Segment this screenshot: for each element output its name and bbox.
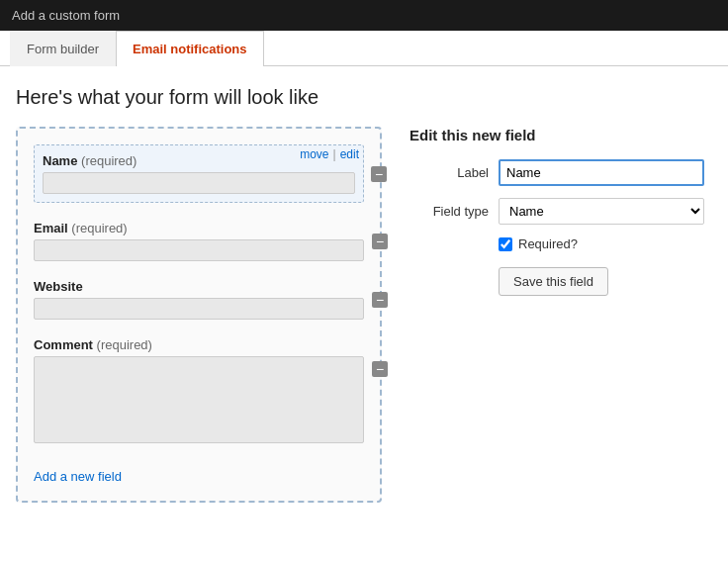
label-input[interactable] bbox=[499, 159, 704, 186]
field-row-comment: Comment (required) − bbox=[34, 337, 364, 443]
website-preview-input bbox=[34, 298, 364, 320]
form-preview: Name (required) move | edit − Email bbox=[16, 127, 382, 503]
move-link[interactable]: move bbox=[300, 147, 328, 161]
top-bar-title: Add a custom form bbox=[12, 8, 120, 23]
field-required-comment: (required) bbox=[97, 337, 152, 352]
field-label-comment: Comment (required) bbox=[34, 337, 364, 352]
remove-website-button[interactable]: − bbox=[372, 292, 388, 308]
edit-panel: Edit this new field Label Field type Nam… bbox=[402, 127, 712, 296]
required-label[interactable]: Required? bbox=[518, 236, 578, 251]
tab-email-notifications[interactable]: Email notifications bbox=[116, 31, 264, 66]
field-label-website: Website bbox=[34, 279, 364, 294]
content-area: Name (required) move | edit − Email bbox=[16, 127, 712, 503]
action-separator: | bbox=[333, 147, 336, 161]
field-type-label: Field type bbox=[410, 204, 489, 219]
field-row-email: Email (required) − bbox=[34, 221, 364, 261]
field-row-website: Website − bbox=[34, 279, 364, 320]
comment-preview-textarea bbox=[34, 356, 364, 443]
tab-form-builder[interactable]: Form builder bbox=[10, 31, 116, 66]
edit-link[interactable]: edit bbox=[340, 147, 359, 161]
main-content: Here's what your form will look like Nam… bbox=[0, 66, 728, 563]
edit-label-row: Label bbox=[410, 159, 704, 186]
field-required-email: (required) bbox=[71, 221, 127, 235]
field-label-email: Email (required) bbox=[34, 221, 364, 235]
required-row: Required? bbox=[499, 236, 704, 251]
form-preview-wrapper: Name (required) move | edit − Email bbox=[16, 127, 382, 503]
edit-field-type-row: Field type Name Email URL Text Textarea … bbox=[410, 198, 704, 225]
remove-email-button[interactable]: − bbox=[372, 234, 388, 249]
remove-name-button[interactable]: − bbox=[371, 166, 387, 182]
top-bar: Add a custom form bbox=[0, 0, 728, 31]
edit-panel-title: Edit this new field bbox=[410, 127, 704, 143]
page-title: Here's what your form will look like bbox=[16, 86, 712, 109]
required-checkbox[interactable] bbox=[499, 237, 512, 251]
remove-comment-button[interactable]: − bbox=[372, 361, 388, 377]
add-new-field-link[interactable]: Add a new field bbox=[34, 469, 122, 484]
label-label: Label bbox=[410, 165, 489, 180]
save-field-button[interactable]: Save this field bbox=[499, 267, 608, 296]
tabs-container: Form builder Email notifications bbox=[0, 31, 728, 66]
field-type-select[interactable]: Name Email URL Text Textarea Dropdown Ch… bbox=[499, 198, 704, 225]
email-preview-input bbox=[34, 239, 364, 261]
field-actions-name: move | edit bbox=[300, 147, 359, 161]
name-preview-input bbox=[43, 172, 355, 194]
field-required-name: (required) bbox=[81, 153, 136, 168]
field-row-name: Name (required) move | edit − bbox=[34, 144, 364, 203]
